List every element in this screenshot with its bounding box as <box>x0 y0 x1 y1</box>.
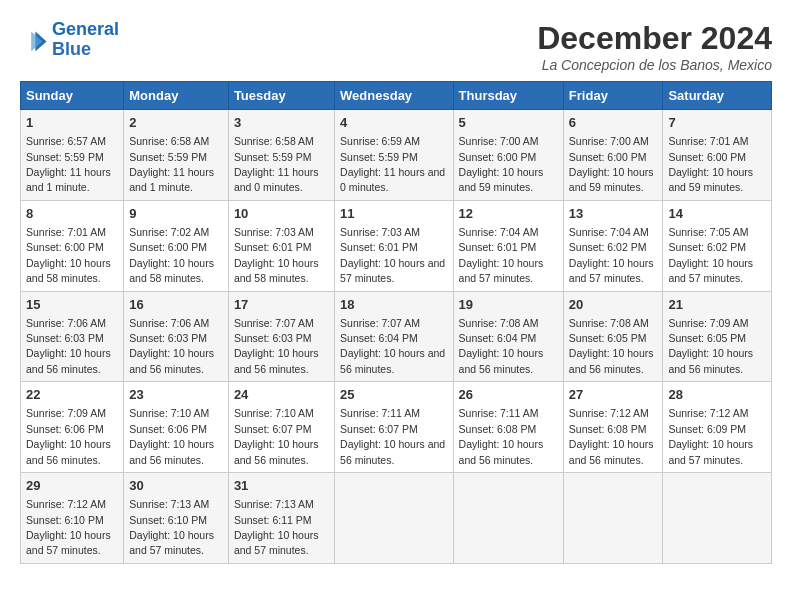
logo-icon <box>20 26 48 54</box>
header-cell-sunday: Sunday <box>21 82 124 110</box>
day-cell: 11 Sunrise: 7:03 AMSunset: 6:01 PMDaylig… <box>335 200 453 291</box>
day-cell: 21 Sunrise: 7:09 AMSunset: 6:05 PMDaylig… <box>663 291 772 382</box>
day-number: 3 <box>234 114 329 132</box>
logo-text: General Blue <box>52 20 119 60</box>
day-info: Sunrise: 7:00 AMSunset: 6:00 PMDaylight:… <box>569 135 654 193</box>
day-number: 31 <box>234 477 329 495</box>
day-number: 19 <box>459 296 558 314</box>
day-cell: 22 Sunrise: 7:09 AMSunset: 6:06 PMDaylig… <box>21 382 124 473</box>
day-cell: 13 Sunrise: 7:04 AMSunset: 6:02 PMDaylig… <box>563 200 663 291</box>
page-header: General Blue December 2024 La Concepcion… <box>20 20 772 73</box>
day-info: Sunrise: 7:04 AMSunset: 6:02 PMDaylight:… <box>569 226 654 284</box>
day-cell <box>453 473 563 564</box>
day-number: 28 <box>668 386 766 404</box>
week-row-4: 22 Sunrise: 7:09 AMSunset: 6:06 PMDaylig… <box>21 382 772 473</box>
day-info: Sunrise: 7:10 AMSunset: 6:06 PMDaylight:… <box>129 407 214 465</box>
day-cell: 14 Sunrise: 7:05 AMSunset: 6:02 PMDaylig… <box>663 200 772 291</box>
day-cell <box>663 473 772 564</box>
day-number: 29 <box>26 477 118 495</box>
day-number: 8 <box>26 205 118 223</box>
day-cell: 20 Sunrise: 7:08 AMSunset: 6:05 PMDaylig… <box>563 291 663 382</box>
day-cell <box>563 473 663 564</box>
day-cell: 19 Sunrise: 7:08 AMSunset: 6:04 PMDaylig… <box>453 291 563 382</box>
day-info: Sunrise: 6:59 AMSunset: 5:59 PMDaylight:… <box>340 135 445 193</box>
day-number: 16 <box>129 296 223 314</box>
day-cell: 18 Sunrise: 7:07 AMSunset: 6:04 PMDaylig… <box>335 291 453 382</box>
day-number: 9 <box>129 205 223 223</box>
day-info: Sunrise: 6:58 AMSunset: 5:59 PMDaylight:… <box>234 135 319 193</box>
day-cell: 15 Sunrise: 7:06 AMSunset: 6:03 PMDaylig… <box>21 291 124 382</box>
day-cell: 26 Sunrise: 7:11 AMSunset: 6:08 PMDaylig… <box>453 382 563 473</box>
day-cell: 9 Sunrise: 7:02 AMSunset: 6:00 PMDayligh… <box>124 200 229 291</box>
calendar-body: 1 Sunrise: 6:57 AMSunset: 5:59 PMDayligh… <box>21 110 772 564</box>
day-cell: 16 Sunrise: 7:06 AMSunset: 6:03 PMDaylig… <box>124 291 229 382</box>
day-cell: 17 Sunrise: 7:07 AMSunset: 6:03 PMDaylig… <box>228 291 334 382</box>
day-number: 25 <box>340 386 447 404</box>
header-cell-tuesday: Tuesday <box>228 82 334 110</box>
day-cell: 5 Sunrise: 7:00 AMSunset: 6:00 PMDayligh… <box>453 110 563 201</box>
day-number: 6 <box>569 114 658 132</box>
day-info: Sunrise: 7:13 AMSunset: 6:11 PMDaylight:… <box>234 498 319 556</box>
header-cell-wednesday: Wednesday <box>335 82 453 110</box>
header-row: SundayMondayTuesdayWednesdayThursdayFrid… <box>21 82 772 110</box>
day-cell: 31 Sunrise: 7:13 AMSunset: 6:11 PMDaylig… <box>228 473 334 564</box>
day-cell: 6 Sunrise: 7:00 AMSunset: 6:00 PMDayligh… <box>563 110 663 201</box>
week-row-1: 1 Sunrise: 6:57 AMSunset: 5:59 PMDayligh… <box>21 110 772 201</box>
day-number: 11 <box>340 205 447 223</box>
day-info: Sunrise: 7:11 AMSunset: 6:08 PMDaylight:… <box>459 407 544 465</box>
day-number: 13 <box>569 205 658 223</box>
day-info: Sunrise: 7:04 AMSunset: 6:01 PMDaylight:… <box>459 226 544 284</box>
day-number: 4 <box>340 114 447 132</box>
day-info: Sunrise: 7:11 AMSunset: 6:07 PMDaylight:… <box>340 407 445 465</box>
day-info: Sunrise: 7:13 AMSunset: 6:10 PMDaylight:… <box>129 498 214 556</box>
day-cell: 10 Sunrise: 7:03 AMSunset: 6:01 PMDaylig… <box>228 200 334 291</box>
day-cell: 2 Sunrise: 6:58 AMSunset: 5:59 PMDayligh… <box>124 110 229 201</box>
day-info: Sunrise: 7:05 AMSunset: 6:02 PMDaylight:… <box>668 226 753 284</box>
day-info: Sunrise: 7:08 AMSunset: 6:04 PMDaylight:… <box>459 317 544 375</box>
day-number: 15 <box>26 296 118 314</box>
day-cell: 24 Sunrise: 7:10 AMSunset: 6:07 PMDaylig… <box>228 382 334 473</box>
location: La Concepcion de los Banos, Mexico <box>537 57 772 73</box>
day-number: 7 <box>668 114 766 132</box>
day-number: 23 <box>129 386 223 404</box>
day-number: 22 <box>26 386 118 404</box>
day-cell: 27 Sunrise: 7:12 AMSunset: 6:08 PMDaylig… <box>563 382 663 473</box>
day-info: Sunrise: 7:03 AMSunset: 6:01 PMDaylight:… <box>234 226 319 284</box>
day-number: 1 <box>26 114 118 132</box>
day-cell: 1 Sunrise: 6:57 AMSunset: 5:59 PMDayligh… <box>21 110 124 201</box>
day-cell: 23 Sunrise: 7:10 AMSunset: 6:06 PMDaylig… <box>124 382 229 473</box>
day-number: 18 <box>340 296 447 314</box>
week-row-2: 8 Sunrise: 7:01 AMSunset: 6:00 PMDayligh… <box>21 200 772 291</box>
day-cell: 4 Sunrise: 6:59 AMSunset: 5:59 PMDayligh… <box>335 110 453 201</box>
day-info: Sunrise: 7:03 AMSunset: 6:01 PMDaylight:… <box>340 226 445 284</box>
day-info: Sunrise: 7:09 AMSunset: 6:06 PMDaylight:… <box>26 407 111 465</box>
day-info: Sunrise: 7:12 AMSunset: 6:10 PMDaylight:… <box>26 498 111 556</box>
day-number: 20 <box>569 296 658 314</box>
day-info: Sunrise: 7:01 AMSunset: 6:00 PMDaylight:… <box>26 226 111 284</box>
day-number: 12 <box>459 205 558 223</box>
day-cell: 12 Sunrise: 7:04 AMSunset: 6:01 PMDaylig… <box>453 200 563 291</box>
day-number: 30 <box>129 477 223 495</box>
day-info: Sunrise: 6:57 AMSunset: 5:59 PMDaylight:… <box>26 135 111 193</box>
title-block: December 2024 La Concepcion de los Banos… <box>537 20 772 73</box>
day-info: Sunrise: 7:08 AMSunset: 6:05 PMDaylight:… <box>569 317 654 375</box>
week-row-3: 15 Sunrise: 7:06 AMSunset: 6:03 PMDaylig… <box>21 291 772 382</box>
day-cell: 8 Sunrise: 7:01 AMSunset: 6:00 PMDayligh… <box>21 200 124 291</box>
header-cell-thursday: Thursday <box>453 82 563 110</box>
header-cell-saturday: Saturday <box>663 82 772 110</box>
calendar-table: SundayMondayTuesdayWednesdayThursdayFrid… <box>20 81 772 564</box>
day-info: Sunrise: 7:10 AMSunset: 6:07 PMDaylight:… <box>234 407 319 465</box>
day-cell: 7 Sunrise: 7:01 AMSunset: 6:00 PMDayligh… <box>663 110 772 201</box>
day-cell: 30 Sunrise: 7:13 AMSunset: 6:10 PMDaylig… <box>124 473 229 564</box>
day-cell: 29 Sunrise: 7:12 AMSunset: 6:10 PMDaylig… <box>21 473 124 564</box>
day-number: 10 <box>234 205 329 223</box>
day-number: 5 <box>459 114 558 132</box>
calendar-header: SundayMondayTuesdayWednesdayThursdayFrid… <box>21 82 772 110</box>
header-cell-friday: Friday <box>563 82 663 110</box>
day-info: Sunrise: 7:00 AMSunset: 6:00 PMDaylight:… <box>459 135 544 193</box>
day-info: Sunrise: 7:06 AMSunset: 6:03 PMDaylight:… <box>26 317 111 375</box>
logo: General Blue <box>20 20 119 60</box>
day-info: Sunrise: 7:12 AMSunset: 6:08 PMDaylight:… <box>569 407 654 465</box>
month-title: December 2024 <box>537 20 772 57</box>
day-cell <box>335 473 453 564</box>
